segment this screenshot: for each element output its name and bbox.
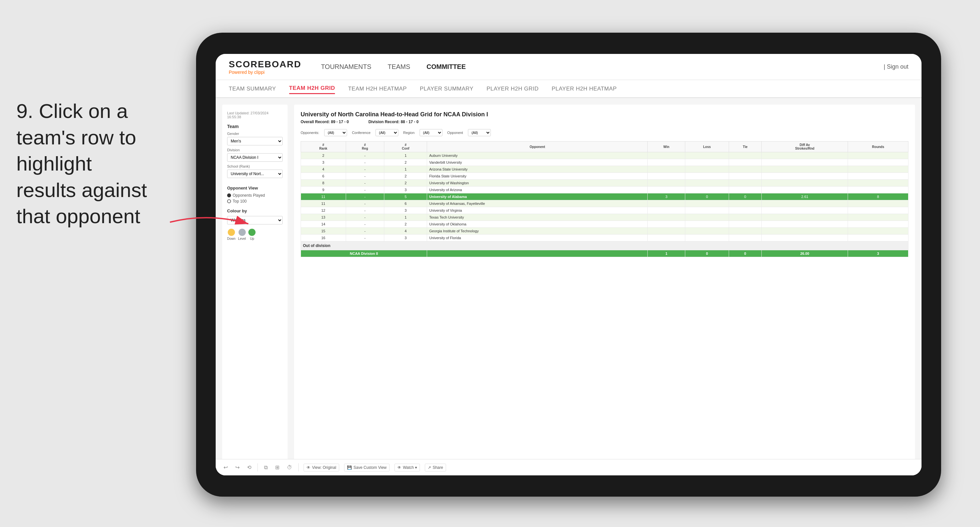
radio-top-100[interactable]: Top 100 [227,199,283,204]
col-opponent: Opponent [427,142,648,152]
view-original-btn[interactable]: 👁 View: Original [304,463,339,471]
table-row-selected[interactable]: 11 - 5 University of Alabama 3 0 0 2.61 … [301,193,908,200]
col-diff: Diff AvStrokes/Rnd [762,142,848,152]
school-select[interactable]: University of Nort... [227,170,283,178]
copy-btn[interactable]: ⧉ [263,463,269,472]
division-select[interactable]: NCAA Division I [227,153,283,162]
sub-nav-player-h2h-grid[interactable]: PLAYER H2H GRID [487,84,539,94]
opponents-filter[interactable]: (All) [324,129,347,136]
division-label: Division [227,148,283,152]
table-row[interactable]: 14 - 2 University of Oklahoma [301,221,908,228]
table-row[interactable]: 2 - 1 Auburn University [301,152,908,159]
sub-nav-player-summary[interactable]: PLAYER SUMMARY [420,84,474,94]
watch-icon: 👁 [397,465,401,470]
sub-nav: TEAM SUMMARY TEAM H2H GRID TEAM H2H HEAT… [216,80,921,98]
nav-links: TOURNAMENTS TEAMS COMMITTEE [321,61,884,72]
colour-by-title: Colour by [227,209,283,213]
table-row[interactable]: 9 - 3 University of Arizona [301,186,908,193]
region-filter[interactable]: (All) [420,129,442,136]
table-row[interactable]: 6 - 2 Florida State University [301,173,908,180]
team-label: Team [227,124,283,129]
col-reg: #Reg [346,142,384,152]
legend-dot-level [239,229,246,236]
legend-up: Up [248,229,256,240]
gender-select[interactable]: Men's [227,137,283,145]
tablet-screen: SCOREBOARD Powered by clippi TOURNAMENTS… [216,54,921,475]
logo-scoreboard: SCOREBOARD [229,59,301,70]
table-row[interactable]: 3 - 2 Vanderbilt University [301,159,908,166]
main-content: Last Updated: 27/03/2024 16:55:38 Team G… [216,98,921,475]
table-row[interactable]: 8 - 2 University of Washington [301,180,908,186]
col-win: Win [648,142,685,152]
sub-nav-player-h2h-heatmap[interactable]: PLAYER H2H HEATMAP [552,84,617,94]
table-row[interactable]: 13 - 1 Texas Tech University [301,214,908,221]
redo-btn[interactable]: ↪ [234,463,241,472]
gender-label: Gender [227,132,283,135]
instruction-body: Click on a team's row to highlight resul… [16,100,147,228]
sign-out-area: | Sign out [884,64,908,70]
top-nav: SCOREBOARD Powered by clippi TOURNAMENTS… [216,54,921,80]
legend-dot-down [228,229,235,236]
opponent-view-title: Opponent View [227,186,283,191]
cell-rank: 2 [301,152,346,159]
legend-dot-up [248,229,256,236]
col-loss: Loss [685,142,729,152]
back-btn[interactable]: ⟲ [246,463,253,472]
logo-area: SCOREBOARD Powered by clippi [229,59,301,75]
opponent-filter[interactable]: (All) [468,129,491,136]
opponent-filter-label: Opponent [447,131,463,135]
region-filter-label: Region [403,131,415,135]
watch-btn[interactable]: 👁 Watch ▾ [395,463,420,471]
instruction-number: 9. [16,100,33,122]
bottom-toolbar: ↩ ↪ ⟲ ⧉ ⊞ ⏱ 👁 View: Original 💾 Save Cust… [216,459,921,475]
table-row[interactable]: 11 - 6 University of Arkansas, Fayettevi… [301,200,908,207]
cell-reg: - [346,152,384,159]
overall-record: Overall Record: 89 - 17 - 0 [301,119,349,124]
paste-btn[interactable]: ⊞ [274,463,281,472]
table-row[interactable]: 16 - 3 University of Florida [301,235,908,242]
undo-btn[interactable]: ↩ [222,463,229,472]
out-of-division-row[interactable]: NCAA Division II 1 0 0 26.00 3 [301,250,908,257]
table-header-row: #Rank #Reg #Conf Opponent Win Loss Tie D… [301,142,908,152]
save-icon: 💾 [347,465,352,470]
nav-teams[interactable]: TEAMS [388,61,410,72]
share-icon: ↗ [428,465,431,470]
cell-opponent: Auburn University [427,152,648,159]
sub-nav-team-summary[interactable]: TEAM SUMMARY [229,84,276,94]
sub-nav-team-h2h-heatmap[interactable]: TEAM H2H HEATMAP [348,84,407,94]
col-rounds: Rounds [848,142,908,152]
share-btn[interactable]: ↗ Share [425,463,446,471]
col-tie: Tie [729,142,761,152]
table-row[interactable]: 4 - 1 Arizona State University [301,166,908,173]
timer-btn[interactable]: ⏱ [286,463,293,472]
records-row: Overall Record: 89 - 17 - 0 Division Rec… [301,119,908,124]
grid-title: University of North Carolina Head-to-Hea… [301,111,908,118]
instruction-text: 9. Click on a team's row to highlight re… [16,98,154,230]
scene: 9. Click on a team's row to highlight re… [0,0,980,527]
logo-powered: Powered by clippi [229,70,301,75]
table-row[interactable]: 15 - 4 Georgia Institute of Technology [301,228,908,235]
colour-by-select[interactable]: Win/loss [227,216,283,224]
section-header-row: Out of division [301,242,908,250]
opponents-filter-label: Opponents: [301,131,319,135]
legend: Down Level Up [227,229,283,240]
conference-filter-label: Conference [352,131,371,135]
nav-committee[interactable]: COMMITTEE [426,61,466,72]
filter-row: Opponents: (All) Conference (All) Region… [301,129,908,136]
data-table: #Rank #Reg #Conf Opponent Win Loss Tie D… [301,141,908,257]
division-record: Division Record: 88 - 17 - 0 [368,119,418,124]
view-icon: 👁 [307,465,310,470]
table-row[interactable]: 12 - 3 University of Virginia [301,207,908,214]
sub-nav-team-h2h-grid[interactable]: TEAM H2H GRID [289,83,335,94]
last-updated: Last Updated: 27/03/2024 16:55:38 [227,111,283,119]
conference-filter[interactable]: (All) [375,129,398,136]
grid-area: University of North Carolina Head-to-Hea… [294,105,915,469]
radio-opponents-played[interactable]: Opponents Played [227,193,283,197]
cell-conf: 1 [384,152,427,159]
legend-down: Down [227,229,235,240]
divider-2 [298,463,299,471]
nav-tournaments[interactable]: TOURNAMENTS [321,61,371,72]
col-conf: #Conf [384,142,427,152]
save-custom-btn[interactable]: 💾 Save Custom View [344,463,390,471]
radio-dot-top100 [227,199,231,203]
